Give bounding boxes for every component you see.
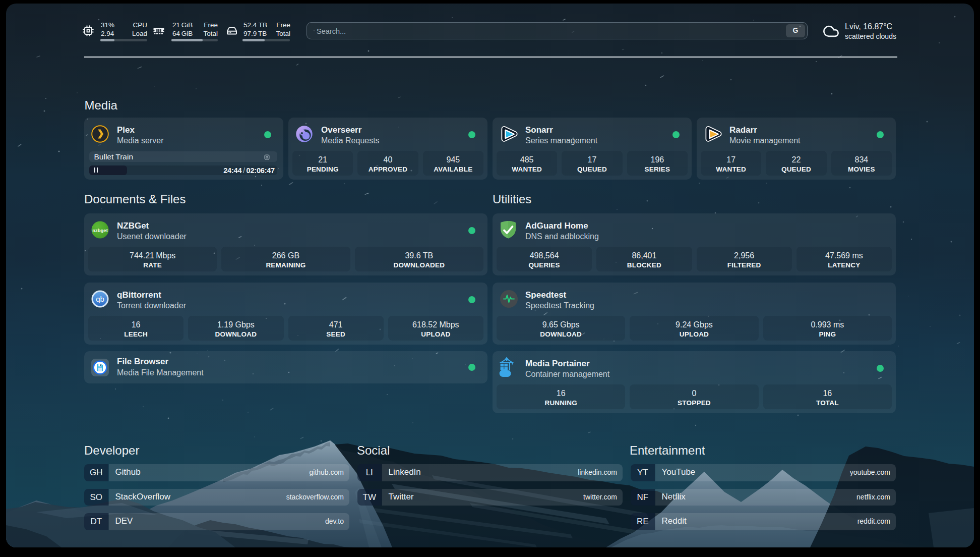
svg-text:nzbget: nzbget [92,228,108,233]
svg-text:qb: qb [96,295,104,303]
